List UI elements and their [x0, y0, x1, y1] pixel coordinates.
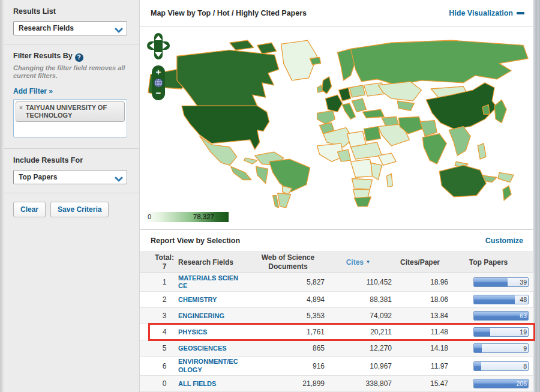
zoom-out-icon: −	[156, 88, 161, 98]
row-top-papers-value: 8	[523, 363, 527, 370]
table-row: 3 ENGINEERING 5,353 74,092 13.84 63	[140, 308, 533, 324]
report-header: Report View by Selection Customize	[140, 230, 533, 252]
filter-section: Filter Results By? Changing the filter f…	[0, 44, 139, 149]
row-top-papers-value: 63	[520, 312, 527, 319]
filter-tag[interactable]: × TAIYUAN UNIVERSITY OF TECHNOLOGY	[16, 101, 125, 122]
row-top-papers-value: 19	[520, 328, 527, 336]
row-top-papers-value: 48	[520, 296, 527, 303]
row-field-link[interactable]: ENVIRONMENT/ECOLOGY	[178, 358, 239, 373]
minus-icon	[517, 12, 524, 14]
row-docs: 5,827	[251, 278, 325, 286]
row-top-papers-bar: 19	[473, 327, 529, 337]
include-results-heading: Include Results For	[13, 156, 128, 164]
row-docs: 5,353	[251, 312, 325, 320]
row-field-link[interactable]: MATERIALS SCIENCE	[178, 274, 239, 290]
row-cites-per-paper: 13.84	[392, 312, 448, 320]
col-header-total: Total: 7	[151, 253, 178, 271]
table-row: 4 PHYSICS 1,761 20,211 11.48 19	[140, 324, 533, 340]
row-cites-per-paper: 18.96	[392, 278, 448, 286]
row-top-papers-bar: 48	[473, 295, 529, 304]
table-header-row: Total: 7 Research Fields Web of Science …	[140, 252, 533, 273]
row-top-papers-bar: 63	[473, 311, 529, 321]
row-field-link[interactable]: ALL FIELDS	[178, 380, 216, 388]
results-list-dropdown-value: Research Fields	[19, 24, 74, 32]
row-cites-per-paper: 18.06	[392, 295, 448, 304]
chevron-down-icon	[115, 174, 123, 180]
row-rank: 4	[151, 328, 178, 336]
legend-gradient-bar: 0 78,327	[146, 212, 229, 222]
row-top-papers-value: 39	[520, 279, 527, 286]
map-controls: + −	[147, 33, 171, 103]
table-row: 2 CHEMISTRY 4,894 88,381 18.06 48	[140, 292, 533, 308]
world-map[interactable]: + −	[140, 27, 533, 209]
row-field-link[interactable]: GEOSCIENCES	[178, 345, 227, 352]
col-header-research-fields: Research Fields	[178, 258, 251, 267]
row-rank: 6	[151, 362, 178, 370]
col-header-top-papers: Top Papers	[448, 258, 529, 267]
row-top-papers-bar-fill	[474, 362, 481, 370]
row-cites: 12,270	[325, 344, 392, 352]
row-top-papers-bar: 206	[473, 379, 529, 388]
hide-visualization-label: Hide Visualization	[449, 9, 513, 17]
customize-link[interactable]: Customize	[485, 237, 523, 245]
hide-visualization-link[interactable]: Hide Visualization	[449, 9, 524, 17]
row-rank: 0	[151, 379, 178, 388]
row-top-papers-bar-fill	[474, 295, 515, 304]
table-body: 1 MATERIALS SCIENCE 5,827 110,452 18.96 …	[140, 273, 533, 392]
row-cites: 74,092	[325, 312, 392, 320]
row-top-papers-value: 9	[523, 345, 527, 352]
table-row: 0 ALL FIELDS 21,899 338,807 15.47 206	[140, 376, 533, 392]
sidebar-edge	[0, 0, 4, 392]
row-cites-per-paper: 14.18	[392, 344, 448, 352]
main-panel: Map View by Top / Hot / Highly Cited Pap…	[139, 0, 533, 392]
row-cites: 20,211	[325, 328, 392, 336]
save-criteria-button[interactable]: Save Criteria	[50, 202, 109, 217]
row-docs: 865	[251, 344, 325, 352]
row-rank: 5	[151, 344, 178, 352]
row-cites-per-paper: 11.97	[392, 362, 448, 370]
filter-heading-row: Filter Results By?	[13, 52, 128, 62]
filter-note: Changing the filter field removes all cu…	[13, 64, 128, 81]
vertical-scrollbar[interactable]	[533, 0, 540, 392]
table-row: 1 MATERIALS SCIENCE 5,827 110,452 18.96 …	[140, 273, 533, 292]
row-cites: 110,452	[325, 278, 392, 286]
include-results-dropdown[interactable]: Top Papers	[13, 170, 127, 184]
row-rank: 3	[151, 312, 178, 320]
results-list-heading: Results List	[13, 7, 128, 16]
map-title: Map View by Top / Hot / Highly Cited Pap…	[151, 9, 307, 17]
col-header-documents: Web of Science Documents	[251, 253, 325, 271]
sidebar-actions: Clear Save Criteria	[0, 193, 139, 217]
clear-button[interactable]: Clear	[13, 202, 46, 217]
choropleth-map-svg[interactable]	[140, 27, 533, 209]
add-filter-link[interactable]: Add Filter »	[13, 87, 53, 95]
row-cites-per-paper: 11.48	[392, 328, 448, 336]
row-docs: 1,761	[251, 328, 325, 336]
pan-control[interactable]	[147, 33, 170, 59]
map-header: Map View by Top / Hot / Highly Cited Pap…	[140, 0, 533, 27]
row-field-link[interactable]: ENGINEERING	[178, 312, 224, 320]
report-title: Report View by Selection	[151, 237, 240, 245]
row-rank: 1	[151, 278, 178, 286]
help-icon[interactable]: ?	[75, 53, 83, 62]
sort-descending-icon: ▼	[365, 259, 370, 265]
row-cites: 338,807	[325, 379, 392, 388]
filter-heading: Filter Results By	[13, 52, 73, 60]
col-header-cites-per-paper: Cites/Paper	[392, 258, 448, 267]
row-field-link[interactable]: PHYSICS	[178, 328, 207, 336]
row-top-papers-bar-fill	[474, 344, 482, 352]
results-list-dropdown[interactable]: Research Fields	[13, 21, 127, 35]
legend-min-label: 0	[148, 213, 151, 220]
col-header-cites-sort[interactable]: Cites ▼	[325, 258, 392, 267]
row-rank: 2	[151, 295, 178, 304]
row-top-papers-bar-fill	[474, 278, 508, 286]
row-top-papers-value: 206	[516, 380, 527, 387]
row-field-link[interactable]: CHEMISTRY	[178, 296, 217, 304]
remove-filter-icon[interactable]: ×	[19, 104, 23, 112]
zoom-control[interactable]: + −	[152, 65, 165, 100]
table-row: 5 GEOSCIENCES 865 12,270 14.18 9	[140, 340, 533, 357]
row-top-papers-bar: 8	[473, 361, 529, 371]
legend-max-label: 78,327	[193, 213, 214, 220]
row-cites: 10,967	[325, 362, 392, 370]
row-docs: 4,894	[251, 295, 325, 304]
report-table: Total: 7 Research Fields Web of Science …	[140, 252, 533, 392]
